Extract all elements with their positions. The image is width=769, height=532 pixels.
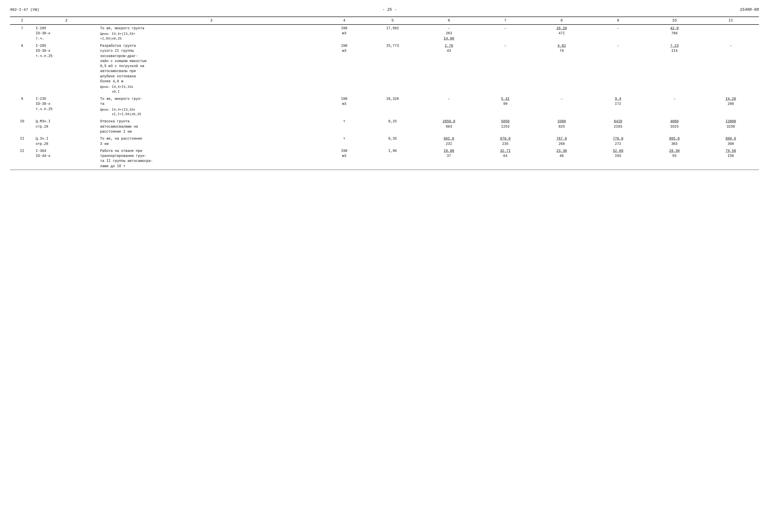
row-col7: – [477,25,533,42]
table-row: I2 I-364 IO-44-к Работа на отвале при тр… [10,147,759,170]
page-header: 902-I-47 (УШ) - 25 - 15400-08 [10,8,759,12]
row-unit: т [324,118,364,135]
col-header-3: 3 [99,17,324,25]
row-col7: 5050I253 [477,118,533,135]
row-id: 7 [10,25,34,42]
row-col8: 767,0268 [533,135,590,147]
col-header-10: IO [646,17,703,25]
row-col11: 79,50I56 [703,147,759,170]
row-col11: I30003250 [703,118,759,135]
row-col8: – [533,95,590,118]
row-col7: 32,7I64 [477,147,533,170]
row-col6: 2650,0663 [421,118,477,135]
row-col11: – [703,42,759,95]
row-ref: I-364 IO-44-к [34,147,98,170]
row-desc: То же, на расстояние 3 км [99,135,324,147]
row-unit: I00м3 [324,95,364,118]
table-row: IO Ц.МЗч.I стр.28 Отвозка грунта автосам… [10,118,759,135]
row-col8: 23,3046 [533,147,590,170]
row-unit: т [324,135,364,147]
row-col9: – [590,42,646,95]
col-header-7: 7 [477,17,533,25]
row-col7: 5,4I99 [477,95,533,118]
row-col8: 3300825 [533,118,590,135]
row-col10: 7,23II4 [646,42,703,95]
row-qty: I5,773 [364,42,421,95]
row-desc: Работа на отвале при транпортировании гр… [99,147,324,170]
row-id: II [10,135,34,147]
row-qty: 0,35 [364,135,421,147]
col-header-1: I [10,17,34,25]
row-col6: 2,7643 [421,42,477,95]
row-col8: 26,2047I [533,25,590,42]
row-id: 8 [10,42,34,95]
row-col9: 9,4I72 [590,95,646,118]
row-col6: –263I4,60 [421,25,477,42]
row-col8: 4,8276 [533,42,590,95]
row-col10: 28,3055 [646,147,703,170]
row-col7: – [477,42,533,95]
col-header-5: 5 [364,17,421,25]
row-col10: – [646,95,703,118]
row-col7: 670,0235 [477,135,533,147]
row-col10: 42,0766 [646,25,703,42]
row-col9: 52,60I03 [590,147,646,170]
row-col10: 865,0303 [646,135,703,147]
row-unit: I00м3 [324,25,364,42]
row-unit: I00м3 [324,147,364,170]
row-ref: I-285 IO-38-к т.ч.п.25 [34,42,98,95]
row-desc: То же, мокрого грунта Цена: I4,4+(I3,33+… [99,25,324,42]
row-id: 9 [10,95,34,118]
row-desc: Отвозка грунта автосамосвалами на рассто… [99,118,324,135]
row-col6: – [421,95,477,118]
main-table: I 2 3 4 5 6 7 8 9 IO II 7 I-285 IO-38-к … [10,17,759,170]
col-header-2: 2 [34,17,98,25]
row-id: I2 [10,147,34,170]
row-id: IO [10,118,34,135]
row-col9: 84I02I03 [590,118,646,135]
row-desc: То же, мокрого грун- та Цена: I4,4+(I3,3… [99,95,324,118]
row-qty: I,96 [364,147,421,170]
doc-code: 15400-08 [740,8,759,12]
table-row: 7 I-285 IO-38-к т.ч. То же, мокрого грун… [10,25,759,42]
row-qty: 0,25 [364,118,421,135]
row-col9: 776,0272 [590,135,646,147]
page-number: - 25 - [382,8,397,12]
column-headers-row: I 2 3 4 5 6 7 8 9 IO II [10,17,759,25]
row-ref: Ц.МЗч.I стр.28 [34,118,98,135]
row-ref: Ц.3ч.I отр.28 [34,135,98,147]
row-col6: I8,8037 [421,147,477,170]
row-ref: I-285 IO-38-к т.ч. [34,25,98,42]
col-header-6: 6 [421,17,477,25]
row-col9: – [590,25,646,42]
row-col10: 4060IOI5 [646,118,703,135]
table-row: 8 I-285 IO-38-к т.ч.п.25 Разработка грун… [10,42,759,95]
col-header-8: 8 [533,17,590,25]
row-unit: I00м3 [324,42,364,95]
table-row: 9 I-235 IO-38-к т.ч.п.25 То же, мокрого … [10,95,759,118]
table-row: II Ц.3ч.I отр.28 То же, на расстояние 3 … [10,135,759,147]
row-desc: Разработка грунта сухого II группы экска… [99,42,324,95]
row-col11: 880,0308 [703,135,759,147]
col-header-11: II [703,17,759,25]
row-col11: I4,20260 [703,95,759,118]
row-ref: I-235 IO-38-к т.ч.п.25 [34,95,98,118]
row-qty: I8,326 [364,95,421,118]
doc-number: 902-I-47 (УШ) [10,8,39,12]
row-col11 [703,25,759,42]
row-qty: I7,992 [364,25,421,42]
col-header-9: 9 [590,17,646,25]
row-col6: 66I,023I [421,135,477,147]
col-header-4: 4 [324,17,364,25]
